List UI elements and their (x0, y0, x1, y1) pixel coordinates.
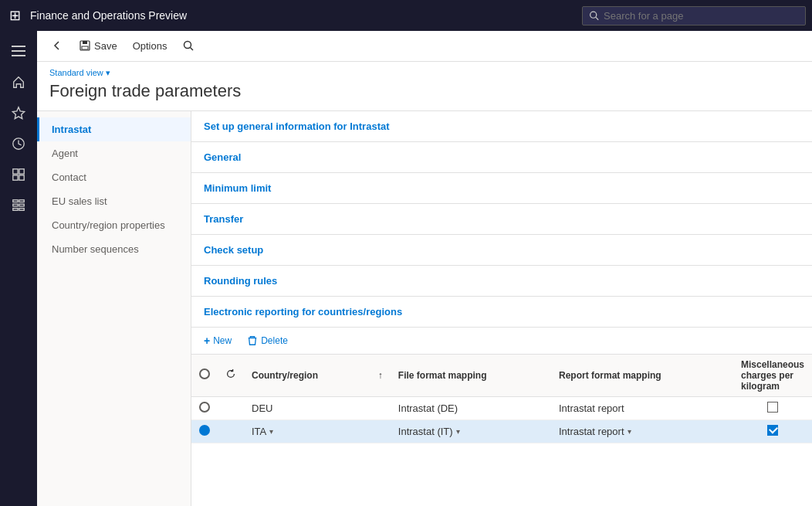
svg-rect-11 (13, 204, 18, 206)
right-content: Save Options Standard view ▾ Foreign tra… (37, 31, 812, 506)
waffle-icon[interactable]: ⊞ (6, 4, 24, 27)
options-button[interactable]: Options (127, 36, 174, 56)
cell-sort-deu (370, 396, 391, 419)
full-layout: Save Options Standard view ▾ Foreign tra… (0, 31, 812, 506)
svg-rect-8 (13, 175, 18, 180)
col-sort[interactable]: ↑ (370, 355, 391, 397)
delete-icon (247, 335, 258, 346)
cell-misc-ita[interactable] (733, 419, 812, 443)
svg-rect-12 (13, 209, 18, 211)
search-cmd-icon (182, 39, 195, 52)
cell-file-format-ita: Intrastat (IT) ▾ (391, 419, 551, 443)
row-radio-deu[interactable] (191, 396, 218, 419)
content-area: Set up general information for Intrastat… (191, 111, 812, 506)
svg-rect-17 (83, 41, 87, 44)
col-misc-charges: Miscellaneous charges per kilogram (733, 355, 812, 397)
back-icon (51, 39, 63, 52)
chevron-down-icon: ▾ (269, 427, 273, 436)
options-label: Options (133, 40, 167, 52)
new-label: New (213, 335, 232, 346)
chevron-down-icon: ▾ (456, 427, 460, 436)
page-header: Standard view ▾ Foreign trade parameters (37, 62, 812, 111)
back-button[interactable] (45, 36, 69, 56)
nav-item-contact[interactable]: Contact (37, 165, 191, 189)
new-button[interactable]: + New (198, 332, 238, 349)
svg-line-1 (596, 17, 598, 19)
section-check-setup[interactable]: Check setup (191, 235, 812, 266)
command-bar: Save Options (37, 31, 812, 62)
er-table: Country/region ↑ File format mapping Rep… (191, 355, 812, 443)
svg-point-19 (184, 42, 191, 49)
save-label: Save (94, 40, 117, 52)
cell-file-format-deu: Intrastat (DE) (391, 396, 551, 419)
subtitle: Set up general information for Intrastat (191, 111, 812, 142)
standard-view[interactable]: Standard view ▾ (49, 68, 800, 78)
sidebar-recent-icon[interactable] (5, 130, 32, 158)
table-row[interactable]: DEU Intrastat (DE) Intrastat report (191, 396, 812, 419)
cell-country-ita: ITA ▾ (244, 419, 370, 443)
svg-point-0 (590, 12, 597, 18)
col-country-region: Country/region (244, 355, 370, 397)
save-button[interactable]: Save (73, 36, 123, 56)
nav-item-number-sequences[interactable]: Number sequences (37, 237, 191, 261)
svg-rect-9 (19, 175, 24, 180)
svg-rect-14 (19, 204, 24, 206)
cell-report-format-deu: Intrastat report (551, 396, 733, 419)
er-section-title: Electronic reporting for countries/regio… (191, 297, 812, 328)
radio-selected-ita (199, 425, 210, 436)
chevron-down-icon: ▾ (106, 68, 110, 78)
col-file-format: File format mapping (391, 355, 551, 397)
search-button[interactable] (176, 36, 201, 56)
select-all-radio[interactable] (199, 368, 210, 379)
row-radio-ita[interactable] (191, 419, 218, 443)
top-bar: ⊞ Finance and Operations Preview (0, 0, 812, 31)
svg-rect-15 (19, 209, 24, 211)
col-refresh (218, 355, 244, 397)
sidebar-workspaces-icon[interactable] (5, 161, 32, 188)
sidebar-modules-icon[interactable] (5, 192, 32, 219)
nav-item-intrastat[interactable]: Intrastat (37, 117, 191, 141)
page-title: Foreign trade parameters (49, 81, 800, 101)
svg-rect-10 (13, 200, 18, 202)
svg-rect-4 (12, 55, 25, 56)
app-sidebar (0, 31, 37, 506)
svg-line-20 (191, 48, 194, 51)
cell-sort-ita (370, 419, 391, 443)
refresh-icon (225, 368, 236, 379)
svg-rect-2 (12, 46, 25, 47)
section-general[interactable]: General (191, 142, 812, 173)
app-title: Finance and Operations Preview (30, 9, 576, 22)
sub-toolbar: + New Delete (191, 328, 812, 355)
left-nav: Intrastat Agent Contact EU sales list Co… (37, 111, 191, 506)
chevron-down-icon: ▾ (628, 427, 631, 436)
section-rounding-rules[interactable]: Rounding rules (191, 266, 812, 297)
svg-rect-7 (19, 169, 24, 174)
svg-rect-13 (19, 200, 24, 202)
search-input[interactable] (604, 10, 799, 22)
cell-country-deu: DEU (244, 396, 370, 419)
nav-item-eu-sales-list[interactable]: EU sales list (37, 189, 191, 213)
delete-label: Delete (261, 335, 288, 346)
er-section: Electronic reporting for countries/regio… (191, 297, 812, 443)
search-icon (589, 10, 599, 21)
sidebar-home-icon[interactable] (5, 68, 32, 96)
nav-item-agent[interactable]: Agent (37, 141, 191, 165)
svg-rect-3 (12, 50, 25, 52)
sidebar-hamburger[interactable] (5, 37, 32, 65)
checkbox-checked-ita (767, 425, 778, 436)
main-layout: Intrastat Agent Contact EU sales list Co… (37, 111, 812, 506)
col-selector (191, 355, 218, 397)
checkbox-unchecked-deu (767, 402, 778, 413)
table-row[interactable]: ITA ▾ Intrastat (IT) ▾ (191, 419, 812, 443)
svg-rect-6 (13, 169, 18, 174)
nav-item-country-region[interactable]: Country/region properties (37, 213, 191, 237)
svg-rect-18 (82, 46, 88, 49)
section-minimum-limit[interactable]: Minimum limit (191, 173, 812, 204)
sidebar-favorites-icon[interactable] (5, 99, 32, 127)
search-bar[interactable] (582, 6, 806, 25)
delete-button[interactable]: Delete (241, 333, 294, 348)
cell-report-format-ita: Intrastat report ▾ (551, 419, 733, 443)
cell-misc-deu[interactable] (733, 396, 812, 419)
section-transfer[interactable]: Transfer (191, 204, 812, 235)
plus-icon: + (204, 335, 210, 347)
